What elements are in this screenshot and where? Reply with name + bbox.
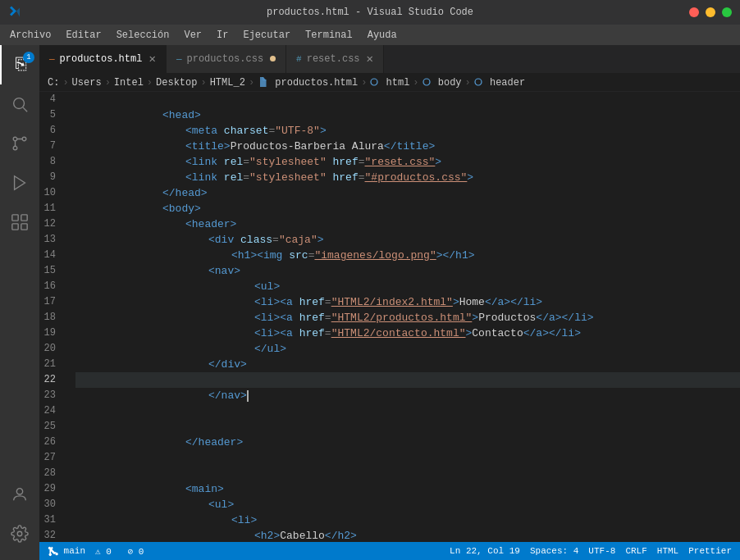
menu-ir[interactable]: Ir <box>210 28 235 43</box>
app-icon <box>8 6 21 19</box>
menu-editar[interactable]: Editar <box>59 28 107 43</box>
tab-productos-css[interactable]: — productos.css <box>167 45 286 73</box>
line-num-28: 28 <box>39 466 62 481</box>
tab-close-button[interactable]: ✕ <box>148 53 155 65</box>
code-lines[interactable]: <head> <meta charset="UTF-8"> <title>Pro… <box>72 92 740 542</box>
breadcrumb-header-element[interactable]: header <box>474 77 525 89</box>
activity-bar-bottom <box>0 475 39 560</box>
line-num-11: 11 <box>39 201 62 216</box>
menu-ver[interactable]: Ver <box>177 28 208 43</box>
menu-bar: Archivo Editar Selección Ver Ir Ejecutar… <box>0 25 740 45</box>
close-window-button[interactable] <box>689 7 699 17</box>
window-controls[interactable] <box>689 7 732 17</box>
title-bar-left <box>8 6 21 19</box>
status-encoding[interactable]: UTF-8 <box>588 546 615 556</box>
status-position[interactable]: Ln 22, Col 19 <box>450 546 520 556</box>
code-line-25[interactable]: </header> <box>75 419 740 435</box>
line-num-17: 17 <box>39 294 62 310</box>
svg-point-0 <box>14 98 25 109</box>
code-line-27[interactable] <box>75 450 740 466</box>
tab-close-button-2[interactable]: ✕ <box>367 53 373 65</box>
tab-bar: — productos.html ✕ — productos.css # res… <box>39 45 740 74</box>
breadcrumb-desktop[interactable]: Desktop <box>156 77 197 89</box>
line-num-26: 26 <box>39 435 62 450</box>
menu-ejecutar[interactable]: Ejecutar <box>236 28 297 43</box>
menu-archivo[interactable]: Archivo <box>3 28 57 43</box>
line-num-20: 20 <box>39 341 62 357</box>
line-numbers: 4 5 6 7 8 9 10 11 12 13 14 15 16 17 18 1… <box>39 92 72 542</box>
status-right: Ln 22, Col 19 Spaces: 4 UTF-8 CRLF HTML … <box>450 546 732 556</box>
menu-terminal[interactable]: Terminal <box>299 28 359 43</box>
svg-rect-7 <box>21 215 27 221</box>
tab-modified-dot <box>270 56 276 61</box>
breadcrumb-body-element[interactable]: body <box>423 77 462 89</box>
svg-point-11 <box>17 531 22 536</box>
breadcrumb-html2[interactable]: HTML_2 <box>210 77 245 89</box>
activity-badge: 1 <box>23 52 34 63</box>
line-num-29: 29 <box>39 481 62 497</box>
line-num-21: 21 <box>39 357 62 372</box>
status-eol[interactable]: CRLF <box>625 546 646 556</box>
breadcrumb-c[interactable]: C: <box>48 77 59 89</box>
line-num-22: 22 <box>39 372 62 388</box>
line-num-6: 6 <box>39 123 62 139</box>
code-line-24[interactable] <box>75 403 740 419</box>
maximize-window-button[interactable] <box>722 7 732 17</box>
source-control-activity-icon[interactable] <box>0 124 39 163</box>
tab-reset-css[interactable]: # reset.css ✕ <box>286 45 384 73</box>
svg-line-1 <box>23 107 27 112</box>
account-activity-icon[interactable] <box>0 475 39 514</box>
line-num-25: 25 <box>39 419 62 435</box>
svg-rect-6 <box>12 215 18 221</box>
breadcrumb-users[interactable]: Users <box>72 77 102 89</box>
code-line-22[interactable]: </nav> <box>75 372 740 388</box>
title-center: productos.html - Visual Studio Code <box>267 7 473 18</box>
svg-point-3 <box>22 137 26 141</box>
code-line-4[interactable]: <head> <box>75 92 740 107</box>
tab-label: productos.html <box>60 53 143 65</box>
svg-point-2 <box>13 137 17 141</box>
css-file-icon-2: # <box>296 54 302 64</box>
status-errors[interactable]: ⚠ 0 ⊘ 0 <box>95 546 144 557</box>
status-branch[interactable]: main <box>48 546 85 557</box>
status-formatter[interactable]: Prettier <box>688 546 732 556</box>
tab-productos-html[interactable]: — productos.html ✕ <box>39 45 167 73</box>
line-num-15: 15 <box>39 263 62 279</box>
title-bar: productos.html - Visual Studio Code <box>0 0 740 25</box>
line-num-4: 4 <box>39 92 62 107</box>
status-language[interactable]: HTML <box>657 546 678 556</box>
breadcrumb-intel[interactable]: Intel <box>114 77 144 89</box>
line-num-13: 13 <box>39 232 62 248</box>
extensions-activity-icon[interactable] <box>0 203 39 242</box>
search-activity-icon[interactable] <box>0 84 39 124</box>
breadcrumb: C: › Users › Intel › Desktop › HTML_2 › … <box>39 74 740 92</box>
line-num-10: 10 <box>39 185 62 201</box>
explorer-icon[interactable]: ⎘ 1 <box>0 45 39 84</box>
svg-rect-8 <box>12 224 18 230</box>
line-num-24: 24 <box>39 403 62 419</box>
breadcrumb-html-element[interactable]: html <box>370 77 409 89</box>
menu-seleccion[interactable]: Selección <box>110 28 176 43</box>
line-num-19: 19 <box>39 326 62 341</box>
editor-area: — productos.html ✕ — productos.css # res… <box>39 45 740 560</box>
run-activity-icon[interactable] <box>0 163 39 203</box>
line-num-31: 31 <box>39 512 62 528</box>
breadcrumb-file[interactable]: productos.html <box>258 77 358 89</box>
line-num-32: 32 <box>39 528 62 542</box>
svg-point-12 <box>371 79 377 85</box>
svg-point-10 <box>16 489 22 494</box>
line-num-18: 18 <box>39 310 62 326</box>
menu-ayuda[interactable]: Ayuda <box>361 28 404 43</box>
line-num-23: 23 <box>39 388 62 403</box>
code-container[interactable]: 4 5 6 7 8 9 10 11 12 13 14 15 16 17 18 1… <box>39 92 740 542</box>
code-line-28[interactable]: <main> <box>75 466 740 481</box>
tab-label: productos.css <box>186 53 263 65</box>
svg-point-4 <box>13 146 17 150</box>
line-num-27: 27 <box>39 450 62 466</box>
status-left: main ⚠ 0 ⊘ 0 <box>48 546 144 557</box>
status-spaces[interactable]: Spaces: 4 <box>530 546 578 556</box>
minimize-window-button[interactable] <box>706 7 715 17</box>
line-num-7: 7 <box>39 139 62 154</box>
line-num-5: 5 <box>39 107 62 123</box>
settings-activity-icon[interactable] <box>0 514 39 553</box>
